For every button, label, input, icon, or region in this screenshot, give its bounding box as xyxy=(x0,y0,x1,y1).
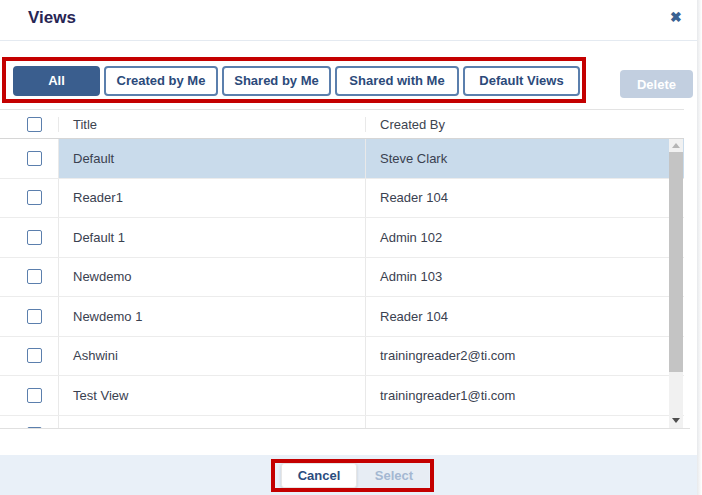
row-checkbox-cell xyxy=(0,139,59,178)
row-created-by: Admin 102 xyxy=(366,218,684,257)
table-row[interactable]: Default 1 Admin 102 xyxy=(0,218,684,258)
select-all-checkbox[interactable] xyxy=(27,117,42,132)
column-header-title: Title xyxy=(59,117,366,132)
delete-button[interactable]: Delete xyxy=(620,70,693,98)
row-created-by: trainingadmin2@ti.com xyxy=(366,416,684,429)
page-title: Views xyxy=(28,8,76,28)
table-row[interactable]: Newdemo 1 Reader 104 xyxy=(0,297,684,337)
table-row[interactable]: Test View trainingreader1@ti.com xyxy=(0,376,684,416)
row-checkbox-cell xyxy=(0,179,59,218)
table-row[interactable]: Reader1 Reader 104 xyxy=(0,179,684,219)
table-row[interactable]: CSS trainingadmin2@ti.com xyxy=(0,416,684,429)
row-checkbox-cell xyxy=(0,218,59,257)
filter-shared-with-me-button[interactable]: Shared with Me xyxy=(335,66,459,96)
row-checkbox-cell xyxy=(0,337,59,376)
row-checkbox[interactable] xyxy=(27,190,42,205)
row-checkbox[interactable] xyxy=(27,230,42,245)
row-created-by: Reader 104 xyxy=(366,297,684,336)
row-title: CSS xyxy=(59,416,366,429)
row-checkbox[interactable] xyxy=(27,151,42,166)
row-title: Ashwini xyxy=(59,337,366,376)
row-created-by: Steve Clark xyxy=(366,139,684,178)
row-created-by: trainingreader2@ti.com xyxy=(366,337,684,376)
filter-created-by-me-button[interactable]: Created by Me xyxy=(104,66,218,96)
table-bottom-divider xyxy=(0,428,690,429)
table-viewport: Default Steve Clark Reader1 Reader 104 D… xyxy=(0,139,684,428)
table-row[interactable]: Ashwini trainingreader2@ti.com xyxy=(0,337,684,377)
row-checkbox-cell xyxy=(0,376,59,415)
row-checkbox-cell xyxy=(0,297,59,336)
column-header-created-by: Created By xyxy=(366,117,684,132)
row-checkbox[interactable] xyxy=(27,309,42,324)
filter-all-button[interactable]: All xyxy=(13,66,100,96)
scrollbar-down-icon[interactable] xyxy=(672,418,680,423)
row-title: Newdemo 1 xyxy=(59,297,366,336)
filter-shared-by-me-button[interactable]: Shared by Me xyxy=(222,66,331,96)
row-checkbox-cell xyxy=(0,416,59,429)
header-checkbox-cell xyxy=(0,117,59,132)
views-dialog: Views ✖ All Created by Me Shared by Me S… xyxy=(0,0,702,495)
row-title: Test View xyxy=(59,376,366,415)
row-checkbox-cell xyxy=(0,258,59,297)
cancel-button[interactable]: Cancel xyxy=(281,463,357,488)
row-created-by: Reader 104 xyxy=(366,179,684,218)
table-scrollbar[interactable] xyxy=(669,139,683,428)
scrollbar-thumb[interactable] xyxy=(669,152,683,372)
scrollbar-up-icon[interactable] xyxy=(672,143,680,148)
select-button[interactable]: Select xyxy=(359,463,429,488)
table-header-row: Title Created By xyxy=(0,109,684,139)
header-divider xyxy=(0,40,697,41)
row-created-by: trainingreader1@ti.com xyxy=(366,376,684,415)
dialog-edge-shadow xyxy=(697,0,702,495)
filter-default-views-button[interactable]: Default Views xyxy=(463,66,580,96)
table-row[interactable]: Default Steve Clark xyxy=(0,139,684,179)
row-created-by: Admin 103 xyxy=(366,258,684,297)
row-title: Default 1 xyxy=(59,218,366,257)
row-title: Reader1 xyxy=(59,179,366,218)
row-title: Default xyxy=(59,139,366,178)
table-row[interactable]: Newdemo Admin 103 xyxy=(0,258,684,298)
close-icon[interactable]: ✖ xyxy=(670,9,682,25)
row-checkbox[interactable] xyxy=(27,348,42,363)
row-title: Newdemo xyxy=(59,258,366,297)
row-checkbox[interactable] xyxy=(27,269,42,284)
row-checkbox[interactable] xyxy=(27,388,42,403)
